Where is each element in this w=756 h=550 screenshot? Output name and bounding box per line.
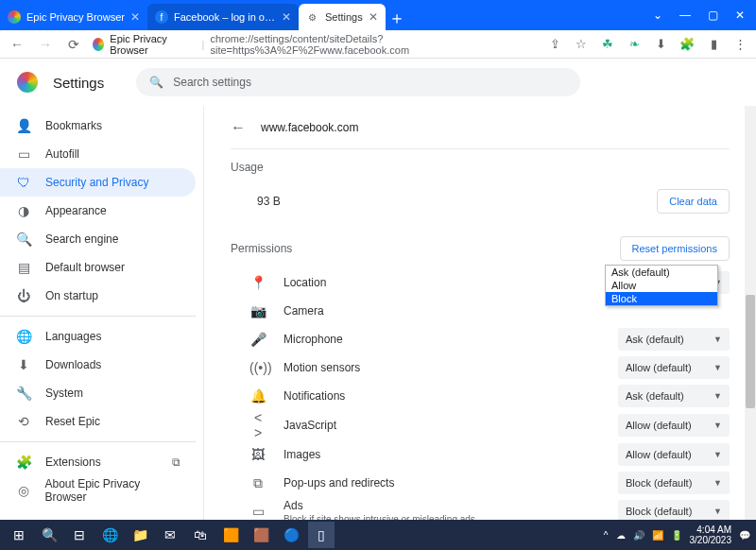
- sidebar-item-search-engine[interactable]: 🔍Search engine: [0, 225, 196, 253]
- sidebar-item-security-and-privacy[interactable]: 🛡Security and Privacy: [0, 168, 196, 197]
- page-title: Settings: [53, 75, 104, 91]
- scrollbar[interactable]: [745, 106, 756, 520]
- settings-favicon-icon: ⚙: [306, 10, 319, 24]
- sidebar-item-on-startup[interactable]: ⏻On startup: [0, 282, 196, 310]
- tab-settings[interactable]: ⚙ Settings ✕: [299, 4, 386, 30]
- tab-label: Epic Privacy Browser: [26, 11, 125, 23]
- taskbar-search-icon[interactable]: 🔍: [36, 522, 62, 548]
- url-text: chrome://settings/content/siteDetails?si…: [210, 33, 537, 56]
- epic-favicon-icon: [8, 10, 21, 24]
- taskbar-clock[interactable]: 4:04 AM 3/20/2023: [690, 524, 732, 545]
- site-title: www.facebook.com: [261, 121, 358, 134]
- taskbar-app3-icon[interactable]: 🔵: [278, 522, 304, 548]
- dropdown-option[interactable]: Ask (default): [606, 266, 717, 279]
- chevron-down-icon[interactable]: ⌄: [653, 9, 662, 22]
- dropdown-option[interactable]: Allow: [606, 279, 717, 292]
- search-settings-input[interactable]: 🔍 Search settings: [136, 68, 580, 96]
- back-button[interactable]: ←: [231, 119, 246, 136]
- permission-label: Ads: [284, 499, 601, 512]
- sidebar-item-extensions[interactable]: 🧩Extensions⧉: [0, 448, 196, 476]
- umbrella-icon[interactable]: ☘: [599, 37, 616, 51]
- permission-select[interactable]: Allow (default)▼: [618, 356, 730, 379]
- window-controls: ⌄ — ▢ ✕: [642, 0, 756, 30]
- chevron-down-icon: ▼: [713, 421, 722, 430]
- clear-data-button[interactable]: Clear data: [657, 189, 730, 214]
- sidebar-item-about-epic-privacy-browser[interactable]: ◎About Epic Privacy Browser: [0, 476, 196, 505]
- sidebar-item-default-browser[interactable]: ▤Default browser: [0, 253, 196, 282]
- chevron-down-icon: ▼: [713, 450, 722, 459]
- tab-close-icon[interactable]: ✕: [282, 10, 291, 24]
- minimize-button[interactable]: —: [679, 9, 691, 22]
- ads-icon: ▭: [249, 504, 266, 519]
- permission-select[interactable]: Allow (default)▼: [618, 414, 730, 437]
- permission-select[interactable]: Ask (default)▼: [618, 385, 730, 407]
- url-box[interactable]: Epic Privacy Browser | chrome://settings…: [93, 33, 537, 56]
- taskbar-app2-icon[interactable]: 🟫: [248, 522, 274, 548]
- profile-icon[interactable]: ▮: [705, 37, 722, 51]
- maximize-button[interactable]: ▢: [708, 9, 718, 22]
- sidebar-item-downloads[interactable]: ⬇Downloads: [0, 351, 196, 379]
- tray-volume-icon[interactable]: 🔊: [633, 530, 644, 541]
- permission-select[interactable]: Block (default)▼: [618, 472, 730, 494]
- tray-weather-icon[interactable]: ☁: [616, 530, 626, 541]
- sidebar-item-bookmarks[interactable]: 👤Bookmarks: [0, 112, 196, 140]
- dropdown-option[interactable]: Block: [606, 292, 717, 305]
- reset-permissions-button[interactable]: Reset permissions: [620, 236, 730, 261]
- sidebar-item-system[interactable]: 🔧System: [0, 379, 196, 407]
- about-icon: ◎: [15, 483, 31, 498]
- sidebar-item-autofill[interactable]: ▭Autofill: [0, 140, 196, 168]
- menu-icon[interactable]: ⋮: [731, 37, 748, 51]
- close-window-button[interactable]: ✕: [735, 9, 745, 22]
- sidebar-item-label: Default browser: [45, 261, 125, 274]
- sidebar-item-label: About Epic Privacy Browser: [44, 477, 180, 504]
- location-dropdown[interactable]: Ask (default)AllowBlock: [605, 265, 718, 306]
- taskbar-app1-icon[interactable]: 🟧: [217, 522, 244, 548]
- site-info-icon[interactable]: [93, 38, 104, 51]
- permission-select[interactable]: Block (default)▼: [618, 500, 730, 520]
- sidebar-item-label: Appearance: [45, 204, 107, 217]
- permission-label: Camera: [284, 304, 601, 318]
- browser-icon: ▤: [15, 260, 32, 275]
- sidebar-item-languages[interactable]: 🌐Languages: [0, 322, 196, 351]
- taskbar-taskview-icon[interactable]: ⊟: [66, 522, 93, 548]
- extension-icon: 🧩: [15, 455, 32, 470]
- scrollbar-thumb[interactable]: [746, 295, 755, 408]
- notifications-icon[interactable]: 💬: [739, 530, 750, 541]
- taskbar-app4-icon[interactable]: ▯: [308, 522, 335, 548]
- permission-select[interactable]: Allow (default)▼: [618, 443, 730, 466]
- windows-taskbar: ⊞ 🔍 ⊟ 🌐 📁 ✉ 🛍 🟧 🟫 🔵 ▯ ^ ☁ 🔊 📶 🔋 4:04 AM …: [0, 520, 756, 550]
- nav-back-button[interactable]: ←: [8, 37, 26, 52]
- taskbar-explorer-icon[interactable]: 📁: [127, 522, 153, 548]
- reset-icon: ⟲: [15, 414, 32, 429]
- tab-close-icon[interactable]: ✕: [130, 10, 140, 24]
- nav-reload-button[interactable]: ⟳: [64, 37, 83, 52]
- tab-facebook[interactable]: f Facebook – log in or sign up ✕: [147, 4, 299, 30]
- select-value: Allow (default): [626, 449, 692, 460]
- sidebar-item-reset-epic[interactable]: ⟲Reset Epic: [0, 407, 196, 436]
- permission-select[interactable]: Ask (default)▼: [618, 328, 730, 351]
- permission-row-pop-ups-and-redirects: ⧉Pop-ups and redirectsBlock (default)▼: [231, 469, 730, 497]
- sidebar-item-label: Downloads: [45, 358, 101, 371]
- startup-icon: ⏻: [15, 288, 32, 303]
- taskbar-mail-icon[interactable]: ✉: [157, 522, 183, 548]
- tab-epic[interactable]: Epic Privacy Browser ✕: [0, 4, 147, 30]
- tab-close-icon[interactable]: ✕: [369, 10, 378, 24]
- new-tab-button[interactable]: ＋: [386, 6, 408, 30]
- tray-battery-icon[interactable]: 🔋: [671, 530, 682, 541]
- extensions-icon[interactable]: 🧩: [679, 37, 696, 51]
- share-icon[interactable]: ⇪: [546, 37, 563, 51]
- start-button[interactable]: ⊞: [6, 522, 32, 548]
- taskbar-store-icon[interactable]: 🛍: [187, 522, 214, 548]
- sidebar-item-appearance[interactable]: ◑Appearance: [0, 197, 196, 225]
- sidebar-item-label: Search engine: [45, 232, 118, 246]
- tray-overflow-icon[interactable]: ^: [604, 530, 609, 541]
- leaf-icon[interactable]: ❧: [626, 37, 643, 51]
- person-icon: 👤: [15, 118, 32, 133]
- taskbar-edge-icon[interactable]: 🌐: [96, 522, 123, 548]
- clock-time: 4:04 AM: [690, 524, 732, 535]
- tray-network-icon[interactable]: 📶: [652, 530, 663, 541]
- system-tray[interactable]: ^ ☁ 🔊 📶 🔋 4:04 AM 3/20/2023 💬: [604, 524, 750, 545]
- download-icon[interactable]: ⬇: [652, 37, 669, 51]
- url-separator: |: [202, 39, 205, 50]
- bookmark-icon[interactable]: ☆: [573, 37, 590, 51]
